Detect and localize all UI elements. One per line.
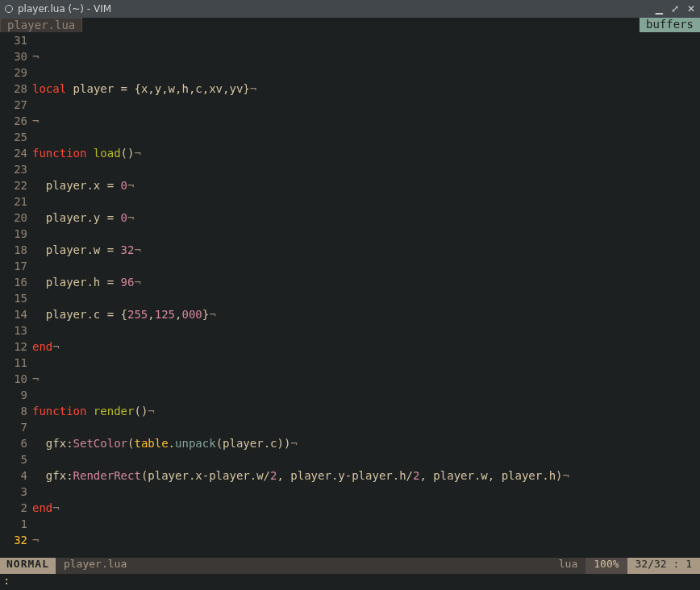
- status-filetype: lua: [551, 558, 585, 574]
- tabline: player.lua buffers: [0, 18, 700, 32]
- close-icon[interactable]: ✕: [687, 3, 695, 15]
- status-mode: NORMAL: [0, 558, 56, 574]
- code-area[interactable]: ¬ local player = {x,y,w,h,c,xv,yv}¬ ¬ fu…: [32, 32, 700, 558]
- status-line: NORMAL player.lua lua 100% 32/32 : 1: [0, 558, 700, 574]
- minimize-icon[interactable]: ▁: [656, 3, 663, 15]
- app-icon: [5, 5, 13, 13]
- maximize-icon[interactable]: ⤢: [671, 3, 679, 15]
- window-titlebar: player.lua (~) - VIM ▁ ⤢ ✕: [0, 0, 700, 18]
- tab-file[interactable]: player.lua: [0, 18, 82, 32]
- status-file: player.lua: [56, 558, 551, 574]
- tab-buffers[interactable]: buffers: [640, 18, 700, 32]
- editor[interactable]: 31 30 29 28 27 26 25 24 23 22 21 20 19 1…: [0, 32, 700, 558]
- status-position: 32/32 : 1: [627, 558, 700, 574]
- status-percent: 100%: [585, 558, 627, 574]
- window-title: player.lua (~) - VIM: [18, 3, 111, 15]
- line-number-gutter: 31 30 29 28 27 26 25 24 23 22 21 20 19 1…: [0, 32, 32, 558]
- command-line[interactable]: :: [0, 574, 700, 590]
